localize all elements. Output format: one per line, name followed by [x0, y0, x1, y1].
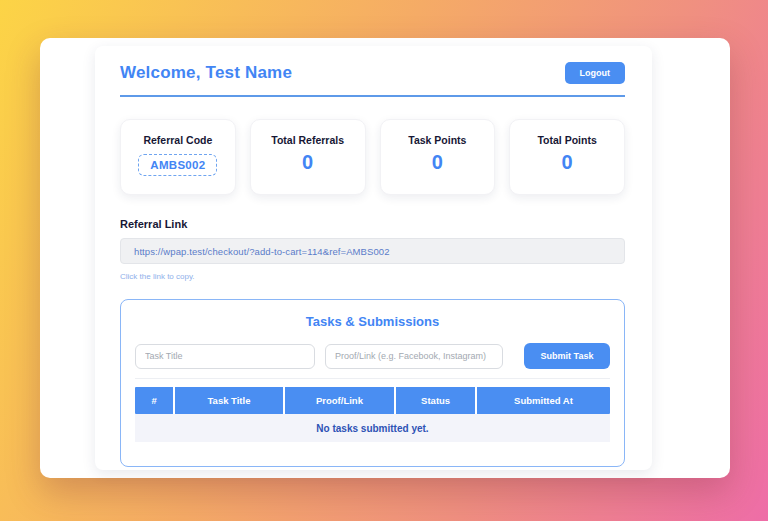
table-header-cell-proof-link: Proof/Link	[285, 387, 397, 414]
table-empty-state: No tasks submitted yet.	[135, 414, 610, 442]
stat-card-label: Referral Code	[143, 134, 212, 146]
stat-card-value: 0	[302, 151, 313, 174]
proof-link-input[interactable]	[325, 344, 503, 369]
stat-card-referral-code: Referral Code AMBS002	[120, 119, 236, 195]
stat-card-total-referrals: Total Referrals 0	[250, 119, 366, 195]
stat-card-label: Task Points	[408, 134, 466, 146]
copy-hint-text: Click the link to copy.	[120, 272, 625, 281]
page-header: Welcome, Test Name Logout	[120, 62, 625, 84]
referral-code-chip: AMBS002	[138, 154, 217, 176]
stats-row: Referral Code AMBS002 Total Referrals 0 …	[120, 119, 625, 195]
stat-card-label: Total Referrals	[271, 134, 344, 146]
header-divider	[120, 95, 625, 97]
table-header-cell-number: #	[135, 387, 175, 414]
referral-link-url: https://wpap.test/checkout/?add-to-cart=…	[134, 246, 390, 257]
referral-link-box[interactable]: https://wpap.test/checkout/?add-to-cart=…	[120, 238, 625, 264]
table-header-cell-task-title: Task Title	[175, 387, 284, 414]
tasks-panel-title: Tasks & Submissions	[135, 314, 610, 329]
table-header-row: # Task Title Proof/Link Status Submitted…	[135, 387, 610, 414]
page-title: Welcome, Test Name	[120, 63, 292, 83]
table-header-cell-status: Status	[396, 387, 477, 414]
tasks-submissions-panel: Tasks & Submissions Submit Task # Task T…	[120, 299, 625, 467]
tasks-table: # Task Title Proof/Link Status Submitted…	[135, 387, 610, 442]
stat-card-value: 0	[562, 151, 573, 174]
referral-link-label: Referral Link	[120, 218, 625, 230]
table-header-cell-submitted-at: Submitted At	[477, 387, 610, 414]
dashboard-panel: Welcome, Test Name Logout Referral Code …	[95, 46, 652, 470]
submit-task-button[interactable]: Submit Task	[524, 343, 610, 369]
stat-card-total-points: Total Points 0	[509, 119, 625, 195]
task-submit-form: Submit Task	[135, 343, 610, 369]
task-title-input[interactable]	[135, 344, 315, 369]
form-divider	[135, 378, 610, 379]
stat-card-value: 0	[432, 151, 443, 174]
stat-card-task-points: Task Points 0	[380, 119, 496, 195]
stat-card-label: Total Points	[537, 134, 596, 146]
logout-button[interactable]: Logout	[565, 62, 626, 84]
